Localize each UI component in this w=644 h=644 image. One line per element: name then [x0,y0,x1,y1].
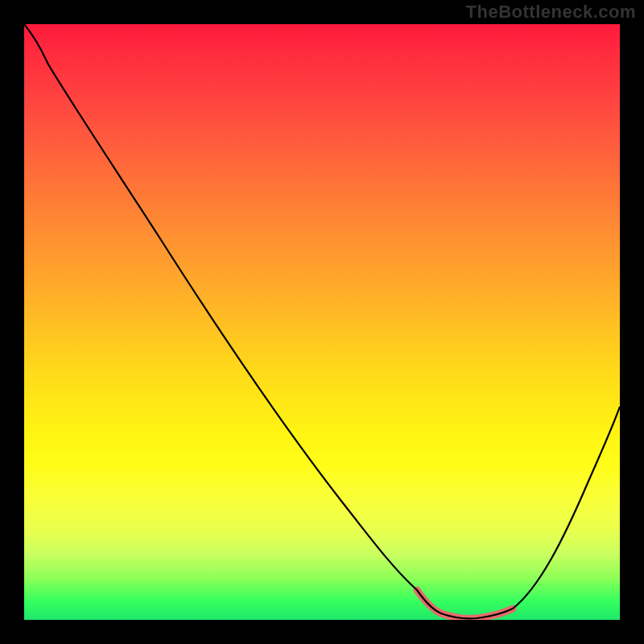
bottleneck-curve [24,24,620,618]
curve-svg [24,24,620,620]
chart-frame: TheBottleneck.com [0,0,644,644]
watermark-text: TheBottleneck.com [466,2,636,23]
plot-area [24,24,620,620]
